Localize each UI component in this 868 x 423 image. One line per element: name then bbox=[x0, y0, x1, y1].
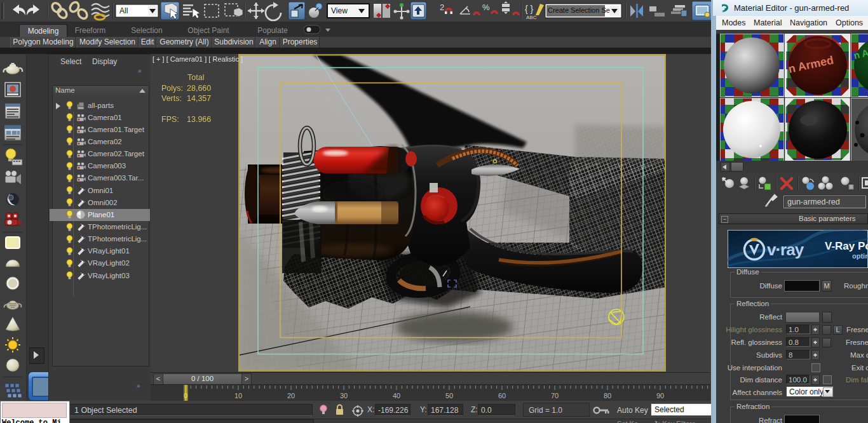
svg-text:10: 10 bbox=[234, 392, 242, 399]
svg-text:60: 60 bbox=[498, 392, 506, 399]
svg-text:70: 70 bbox=[551, 392, 559, 399]
svg-text:Create Selection Se: Create Selection Se bbox=[548, 6, 610, 14]
svg-text:v·ray: v·ray bbox=[767, 240, 804, 259]
svg-text:%: % bbox=[482, 3, 490, 12]
svg-text:View: View bbox=[331, 6, 348, 15]
svg-text:V-Ray Pov: V-Ray Pov bbox=[825, 240, 868, 252]
svg-text:90: 90 bbox=[656, 392, 664, 399]
svg-text:40: 40 bbox=[393, 392, 400, 399]
svg-text:20: 20 bbox=[287, 392, 295, 399]
svg-text:All: All bbox=[119, 6, 128, 15]
svg-text:30: 30 bbox=[340, 392, 348, 399]
svg-text:{ }: { } bbox=[525, 4, 534, 14]
svg-text:50: 50 bbox=[445, 392, 453, 399]
svg-text:2: 2 bbox=[440, 3, 444, 12]
svg-text:0: 0 bbox=[184, 392, 187, 399]
svg-text:optin: optin bbox=[852, 252, 868, 260]
svg-text:80: 80 bbox=[604, 392, 611, 399]
svg-text:ABC: ABC bbox=[526, 15, 537, 20]
